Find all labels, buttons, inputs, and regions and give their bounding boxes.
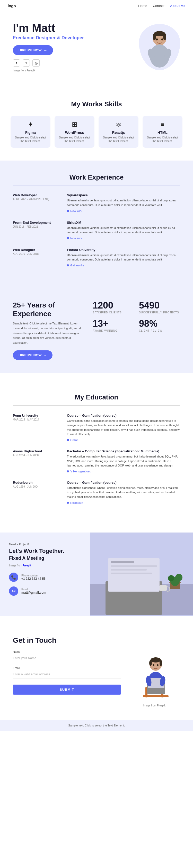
work-company-3: Florida-University bbox=[67, 248, 180, 252]
submit-button[interactable]: SUBMIT bbox=[13, 685, 121, 694]
arrow-icon: → bbox=[44, 353, 47, 357]
phone-icon: 📞 bbox=[9, 572, 18, 582]
stat-number: 98% bbox=[139, 319, 180, 328]
edu-course-2: Bachelor – Computer Science (Specializat… bbox=[67, 449, 180, 453]
edu-left-2: Avans Highschool AUG 2004 - JUN 2008 bbox=[13, 449, 59, 473]
edu-row-3: Rodenborch AUG 1999 - JUN 2004 Course – … bbox=[13, 480, 180, 504]
work-date-2: JUN 2018 - FEB 2021 bbox=[13, 225, 59, 228]
svg-point-32 bbox=[149, 660, 152, 666]
hire-me-button[interactable]: HIRE ME NOW → bbox=[13, 45, 53, 55]
edu-date-2: AUG 2004 - JUN 2008 bbox=[13, 454, 59, 457]
freepik-link-contact[interactable]: Freepik bbox=[157, 704, 165, 707]
svg-point-23 bbox=[175, 574, 183, 581]
svg-point-31 bbox=[150, 657, 161, 662]
svg-rect-15 bbox=[111, 561, 134, 563]
edu-course-1: Course – Gamification (course) bbox=[67, 413, 180, 417]
stat-number: 5490 bbox=[139, 301, 180, 310]
svg-point-2 bbox=[153, 33, 156, 40]
instagram-icon[interactable]: ◎ bbox=[32, 59, 39, 66]
location-dot-icon bbox=[67, 264, 69, 267]
location-dot-icon bbox=[67, 237, 69, 239]
work-location-1: New York bbox=[67, 209, 180, 212]
cta-email-details: Email matt@gmail.com bbox=[21, 588, 46, 594]
stats-left: 25+ Years of Experience Sample text. Cli… bbox=[13, 301, 85, 360]
cta-pretitle: Need a Project? bbox=[9, 543, 81, 546]
nav-about[interactable]: About Me bbox=[170, 4, 185, 8]
education-title: My Education bbox=[13, 393, 180, 406]
cta-subtitle: Fixed A Meeting bbox=[9, 556, 81, 561]
logo: logo bbox=[8, 4, 16, 8]
cta-phone: 📞 Phone number +1 232 343 44 55 bbox=[9, 572, 81, 582]
svg-point-34 bbox=[153, 664, 155, 666]
edu-location-2: 's-Hertogenbosch bbox=[67, 470, 180, 473]
stats-section: 25+ Years of Experience Sample text. Cli… bbox=[0, 288, 193, 373]
hero-title: I'm Matt bbox=[13, 22, 134, 34]
edu-course-3: Course – Gamification (course) bbox=[67, 480, 180, 485]
cta-email: ✉ Email matt@gmail.com bbox=[9, 586, 81, 596]
stat-projects: 5490 SUCCESSFULLY PROJECTS bbox=[139, 301, 180, 314]
work-experience-section: Work Experience Web Developer APRIL 2021… bbox=[0, 160, 193, 288]
cta-section: Need a Project? Let's Work Together. Fix… bbox=[0, 532, 193, 616]
skill-card-figma: ✦ Figma Sample text. Click to select the… bbox=[10, 116, 50, 148]
location-dot-icon bbox=[67, 439, 69, 441]
stats-right: 1200 SATISFIED CLIENTS 5490 SUCCESSFULLY… bbox=[93, 301, 180, 332]
person-svg bbox=[141, 29, 177, 70]
react-icon: ⚛ bbox=[102, 121, 135, 128]
edu-date-3: AUG 1999 - JUN 2004 bbox=[13, 485, 59, 488]
name-input[interactable] bbox=[13, 654, 121, 662]
name-label: Name bbox=[13, 650, 121, 653]
figma-icon: ✦ bbox=[14, 121, 47, 128]
work-location-3: Gainesville bbox=[67, 264, 180, 267]
svg-rect-17 bbox=[111, 569, 147, 570]
work-desc-1: Ut enim ad minim veniam, quis nostrud ex… bbox=[67, 198, 180, 207]
svg-point-35 bbox=[157, 664, 159, 666]
footer: Sample text. Click to select the Text El… bbox=[0, 720, 193, 731]
facebook-icon[interactable]: f bbox=[13, 59, 20, 66]
name-form-group: Name bbox=[13, 650, 121, 662]
stat-label: SUCCESSFULLY PROJECTS bbox=[139, 311, 180, 314]
email-input[interactable] bbox=[13, 671, 121, 678]
stat-number: 13+ bbox=[93, 319, 134, 328]
nav-contact[interactable]: Contact bbox=[153, 4, 164, 8]
work-right-2: SiriusXM Ut enim ad minim veniam, quis n… bbox=[67, 221, 180, 240]
work-row-3: Web Designer AUG 2016 - JUN 2018 Florida… bbox=[13, 248, 180, 267]
hire-me-stats-button[interactable]: HIRE ME NOW → bbox=[13, 350, 53, 360]
wordpress-icon: ⊞ bbox=[58, 121, 91, 128]
freepik-link[interactable]: Freepik bbox=[27, 69, 35, 72]
stats-desc: Sample text. Click to select the Text El… bbox=[13, 321, 85, 345]
cta-image bbox=[90, 532, 193, 616]
edu-location-3: Rosmalen bbox=[67, 501, 180, 504]
work-row-1: Web Developer APRIL 2021 - 2023 (PRESENT… bbox=[13, 193, 180, 212]
contact-person-svg bbox=[131, 644, 177, 701]
skill-name: HTML bbox=[146, 130, 179, 134]
email-icon: ✉ bbox=[9, 586, 18, 596]
freepik-link[interactable]: Freepik bbox=[23, 564, 31, 567]
cta-title: Let's Work Together. bbox=[9, 548, 81, 555]
email-form-group: Email bbox=[13, 666, 121, 678]
skills-section: My Works Skills ✦ Figma Sample text. Cli… bbox=[0, 87, 193, 160]
edu-desc-2: The education was mainly Java-based prog… bbox=[67, 455, 180, 468]
work-title-2: Front-End Development bbox=[13, 221, 59, 224]
navbar: logo Home Contact About Me bbox=[0, 0, 193, 11]
svg-point-3 bbox=[163, 33, 166, 40]
stat-label: SATISFIED CLIENTS bbox=[93, 311, 134, 314]
workspace-svg bbox=[90, 532, 193, 615]
skill-name: WordPress bbox=[58, 130, 91, 134]
work-desc-2: Ut enim ad minim veniam, quis nostrud ex… bbox=[67, 226, 180, 235]
arrow-icon: → bbox=[44, 48, 47, 53]
email-label: Email bbox=[13, 666, 121, 670]
skill-card-html: ≡ HTML Sample text. Click to select the … bbox=[143, 116, 183, 148]
work-row-2: Front-End Development JUN 2018 - FEB 202… bbox=[13, 221, 180, 240]
edu-school-2: Avans Highschool bbox=[13, 449, 59, 453]
education-section: My Education Penn University MAR 2014 - … bbox=[0, 380, 193, 525]
twitter-icon[interactable]: 𝕏 bbox=[23, 59, 30, 66]
nav-home[interactable]: Home bbox=[138, 4, 147, 8]
hero-section: I'm Matt Freelance Designer & Developer … bbox=[0, 11, 193, 80]
location-dot-icon bbox=[67, 470, 69, 472]
skills-title: My Works Skills bbox=[8, 100, 185, 108]
skill-desc: Sample text. Click to select the Text El… bbox=[102, 136, 135, 143]
svg-rect-28 bbox=[143, 695, 169, 697]
work-experience-title: Work Experience bbox=[13, 174, 180, 185]
svg-point-10 bbox=[161, 38, 163, 40]
stats-heading: 25+ Years of Experience bbox=[13, 301, 85, 318]
